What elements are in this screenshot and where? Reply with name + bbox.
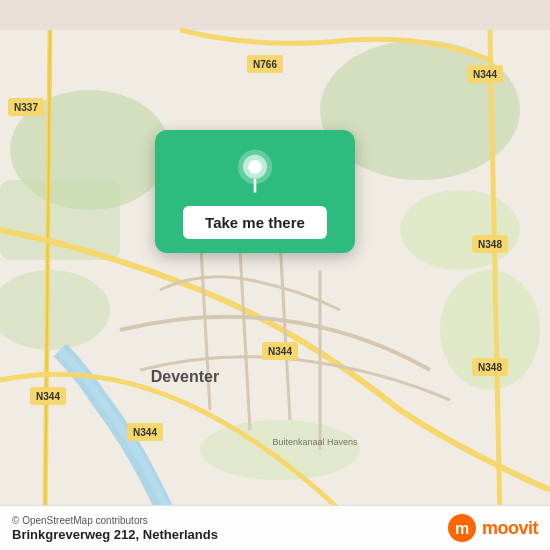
moovit-brand-text: moovit	[482, 518, 538, 539]
footer: © OpenStreetMap contributors Brinkgrever…	[0, 505, 550, 550]
moovit-logo: m moovit	[446, 512, 538, 544]
svg-text:N348: N348	[478, 362, 502, 373]
svg-text:m: m	[455, 520, 469, 537]
svg-rect-5	[0, 180, 120, 260]
svg-text:N344: N344	[473, 69, 497, 80]
svg-point-3	[400, 190, 520, 270]
map-container: N337 N344 N766 N348 N348 N344 N344 N344 …	[0, 0, 550, 550]
svg-text:Deventer: Deventer	[151, 368, 219, 385]
map-background: N337 N344 N766 N348 N348 N344 N344 N344 …	[0, 0, 550, 550]
address-text: Brinkgreverweg 212, Netherlands	[12, 527, 218, 542]
svg-text:N766: N766	[253, 59, 277, 70]
svg-text:N348: N348	[478, 239, 502, 250]
location-pin-icon	[231, 148, 279, 196]
footer-left: © OpenStreetMap contributors Brinkgrever…	[12, 515, 218, 542]
osm-credit: © OpenStreetMap contributors	[12, 515, 218, 526]
svg-text:Buitenkanaal Havens: Buitenkanaal Havens	[272, 437, 358, 447]
moovit-logo-icon: m	[446, 512, 478, 544]
popup-card: Take me there	[155, 130, 355, 253]
svg-point-28	[248, 160, 262, 174]
take-me-there-button[interactable]: Take me there	[183, 206, 327, 239]
svg-text:N344: N344	[268, 346, 292, 357]
svg-text:N337: N337	[14, 102, 38, 113]
svg-point-7	[200, 420, 360, 480]
svg-text:N344: N344	[36, 391, 60, 402]
svg-text:N344: N344	[133, 427, 157, 438]
